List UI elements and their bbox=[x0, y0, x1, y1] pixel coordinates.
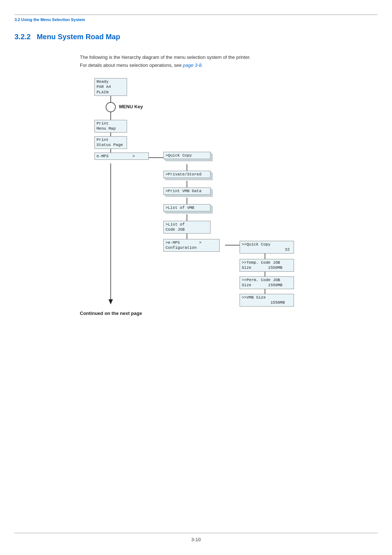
description-line1: The following is the hierarchy diagram o… bbox=[80, 54, 250, 60]
list-code-job-box: >List ofCode JOB bbox=[163, 221, 211, 234]
breadcrumb: 3.2 Using the Menu Selection System bbox=[15, 17, 85, 22]
section-title: 3.2.2 Menu System Road Map bbox=[15, 33, 120, 41]
description-line2: For details about menu selection operati… bbox=[80, 62, 203, 68]
section-heading: Menu System Road Map bbox=[37, 33, 120, 41]
list-vmb-box: >List of VMB bbox=[163, 204, 211, 211]
emps-config-box: >e-MPS >Configuration bbox=[163, 239, 220, 252]
page-link[interactable]: page 3-8 bbox=[183, 62, 201, 68]
desc-prefix: For details about menu selection operati… bbox=[80, 62, 183, 68]
private-stored-box: >Private/Stored bbox=[163, 171, 211, 178]
desc-suffix: . bbox=[201, 62, 203, 68]
svg-marker-7 bbox=[109, 299, 113, 304]
svg-point-1 bbox=[106, 102, 115, 112]
quick-copy-box: >Quick Copy bbox=[163, 152, 211, 159]
qq-quick-copy-box: >>Quick Copy 32 bbox=[240, 241, 294, 254]
bottom-border bbox=[15, 533, 377, 533]
print-menu-map-box: PrintMenu Map bbox=[94, 120, 127, 133]
top-border bbox=[15, 15, 377, 15]
perm-code-job-box: >>Perm. Code JOBSize 1550MB bbox=[240, 276, 294, 289]
ready-box: ReadyPAR A4 PLAIN bbox=[94, 78, 127, 96]
print-status-page-box: PrintStatus Page bbox=[94, 136, 127, 149]
section-number: 3.2.2 bbox=[15, 33, 30, 41]
menu-key-label: MENU Key bbox=[119, 104, 143, 109]
print-vmb-box: >Print VMB Data bbox=[163, 187, 211, 195]
emps-box: e-MPS > bbox=[94, 153, 149, 160]
continued-text: Continued on the next page bbox=[80, 311, 142, 316]
diagram: ReadyPAR A4 PLAIN MENU Key PrintMenu Map… bbox=[80, 76, 341, 352]
temp-code-job-box: >>Temp. Code JOBSize 1550MB bbox=[240, 259, 294, 272]
page-number: 3-10 bbox=[191, 537, 201, 542]
vmb-size-box: >>VMB Size 1550MB bbox=[240, 294, 294, 307]
